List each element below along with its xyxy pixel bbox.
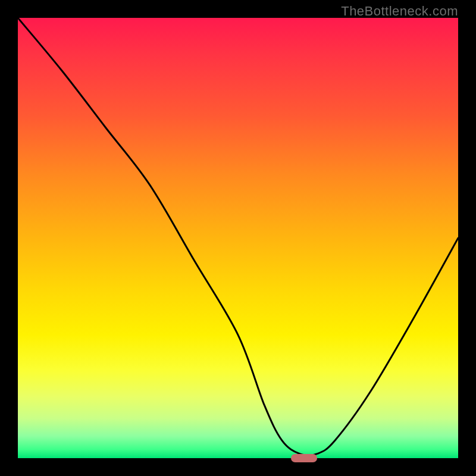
chart-container: TheBottleneck.com (0, 0, 476, 476)
plot-area (18, 18, 458, 458)
bottleneck-curve-path (18, 18, 458, 455)
watermark-text: TheBottleneck.com (341, 4, 458, 19)
curve-layer (18, 18, 458, 458)
optimal-marker (291, 454, 317, 462)
